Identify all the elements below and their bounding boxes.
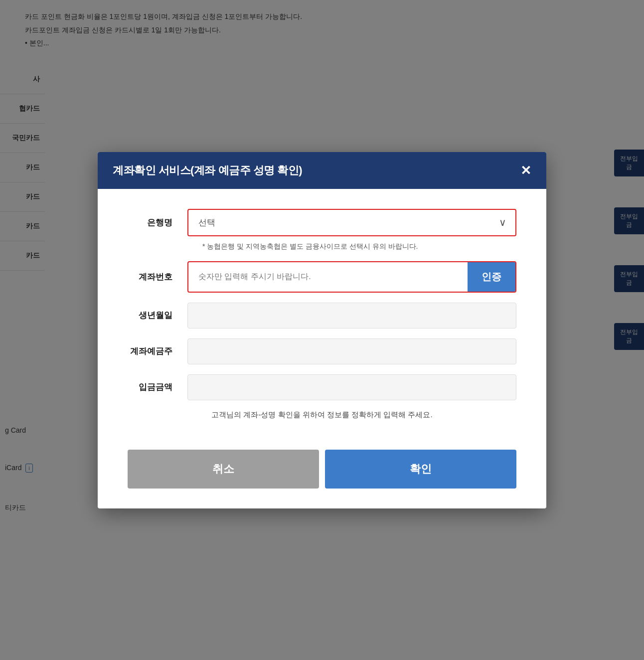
bank-notice: * 농협은행 및 지역농축협은 별도 금융사이므로 선택시 유의 바랍니다.	[202, 242, 516, 251]
modal-body: 은행명 선택 국민은행 신한은행 우리은행 하나은행 농협은행 기업은행 씨티은…	[98, 189, 546, 450]
account-input-row: 인증	[187, 261, 516, 293]
amount-input-wrap	[187, 374, 516, 400]
birth-row: 생년월일	[128, 303, 516, 329]
account-number-input[interactable]	[188, 264, 468, 289]
modal-close-button[interactable]: ✕	[520, 164, 531, 177]
bank-row: 은행명 선택 국민은행 신한은행 우리은행 하나은행 농협은행 기업은행 씨티은…	[128, 209, 516, 236]
modal-title: 계좌확인 서비스(계좌 예금주 성명 확인)	[113, 163, 302, 178]
owner-input-wrap	[187, 338, 516, 364]
birth-input[interactable]	[187, 303, 516, 329]
modal-header: 계좌확인 서비스(계좌 예금주 성명 확인) ✕	[98, 152, 546, 189]
bank-select-wrap: 선택 국민은행 신한은행 우리은행 하나은행 농협은행 기업은행 씨티은행 카카…	[187, 209, 516, 236]
modal-overlay: 계좌확인 서비스(계좌 예금주 성명 확인) ✕ 은행명 선택 국민은행 신한은…	[0, 0, 644, 660]
account-owner-input[interactable]	[187, 338, 516, 364]
modal-footer: 취소 확인	[98, 450, 546, 508]
account-input-wrap: 인증	[187, 261, 516, 293]
bank-select-wrapper: 선택 국민은행 신한은행 우리은행 하나은행 농협은행 기업은행 씨티은행 카카…	[187, 209, 516, 236]
account-row: 계좌번호 인증	[128, 261, 516, 293]
info-text: 고객님의 계좌-성명 확인을 위하여 정보를 정확하게 입력해 주세요.	[128, 410, 516, 420]
account-label: 계좌번호	[128, 271, 187, 283]
birth-label: 생년월일	[128, 310, 187, 321]
amount-input[interactable]	[187, 374, 516, 400]
owner-row: 계좌예금주	[128, 338, 516, 364]
birth-input-wrap	[187, 303, 516, 329]
owner-label: 계좌예금주	[128, 345, 187, 357]
cancel-button[interactable]: 취소	[128, 450, 319, 489]
bank-label: 은행명	[128, 217, 187, 228]
amount-label: 입금금액	[128, 381, 187, 393]
confirm-button[interactable]: 확인	[325, 450, 516, 489]
amount-row: 입금금액	[128, 374, 516, 400]
verify-button[interactable]: 인증	[468, 262, 515, 292]
bank-select[interactable]: 선택 국민은행 신한은행 우리은행 하나은행 농협은행 기업은행 씨티은행 카카…	[188, 210, 515, 235]
modal-dialog: 계좌확인 서비스(계좌 예금주 성명 확인) ✕ 은행명 선택 국민은행 신한은…	[98, 152, 546, 508]
